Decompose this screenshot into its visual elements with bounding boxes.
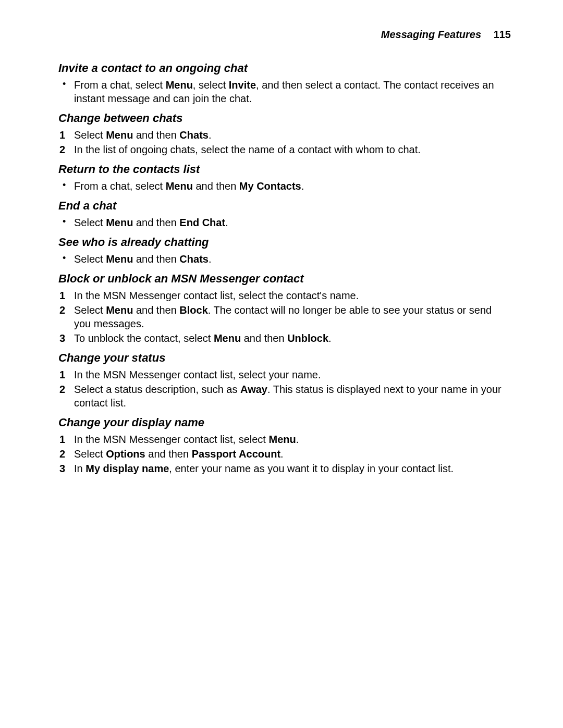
steps-status: In the MSN Messenger contact list, selec… <box>58 368 511 410</box>
list-item: In the list of ongoing chats, select the… <box>58 143 511 156</box>
steps-block: In the MSN Messenger contact list, selec… <box>58 289 511 345</box>
heading-status: Change your status <box>58 351 511 365</box>
section-label: Messaging Features <box>381 29 481 40</box>
heading-invite: Invite a contact to an ongoing chat <box>58 61 511 75</box>
list-end: Select Menu and then End Chat. <box>58 216 511 229</box>
heading-change-chats: Change between chats <box>58 112 511 125</box>
list-item: To unblock the contact, select Menu and … <box>58 331 511 345</box>
heading-see-who: See who is already chatting <box>58 236 511 249</box>
list-see-who: Select Menu and then Chats. <box>58 252 511 266</box>
list-item: In the MSN Messenger contact list, selec… <box>58 368 511 381</box>
list-item: Select Menu and then Chats. <box>58 128 511 142</box>
list-item: From a chat, select Menu, select Invite,… <box>58 78 511 105</box>
list-item: From a chat, select Menu and then My Con… <box>58 179 511 193</box>
list-item: Select Options and then Passport Account… <box>58 447 511 461</box>
heading-end: End a chat <box>58 199 511 213</box>
list-item: In My display name, enter your name as y… <box>58 462 511 475</box>
page-number: 115 <box>494 29 511 40</box>
list-item: Select a status description, such as Awa… <box>58 382 511 410</box>
heading-display-name: Change your display name <box>58 416 511 429</box>
list-item: Select Menu and then Block. The contact … <box>58 303 511 330</box>
list-item: Select Menu and then End Chat. <box>58 216 511 229</box>
list-return: From a chat, select Menu and then My Con… <box>58 179 511 193</box>
steps-change-chats: Select Menu and then Chats. In the list … <box>58 128 511 156</box>
page-header: Messaging Features 115 <box>58 29 511 41</box>
steps-display-name: In the MSN Messenger contact list, selec… <box>58 433 511 475</box>
list-item: Select Menu and then Chats. <box>58 252 511 266</box>
heading-block: Block or unblock an MSN Messenger contac… <box>58 272 511 286</box>
list-invite: From a chat, select Menu, select Invite,… <box>58 78 511 105</box>
heading-return: Return to the contacts list <box>58 163 511 176</box>
list-item: In the MSN Messenger contact list, selec… <box>58 289 511 302</box>
list-item: In the MSN Messenger contact list, selec… <box>58 433 511 446</box>
